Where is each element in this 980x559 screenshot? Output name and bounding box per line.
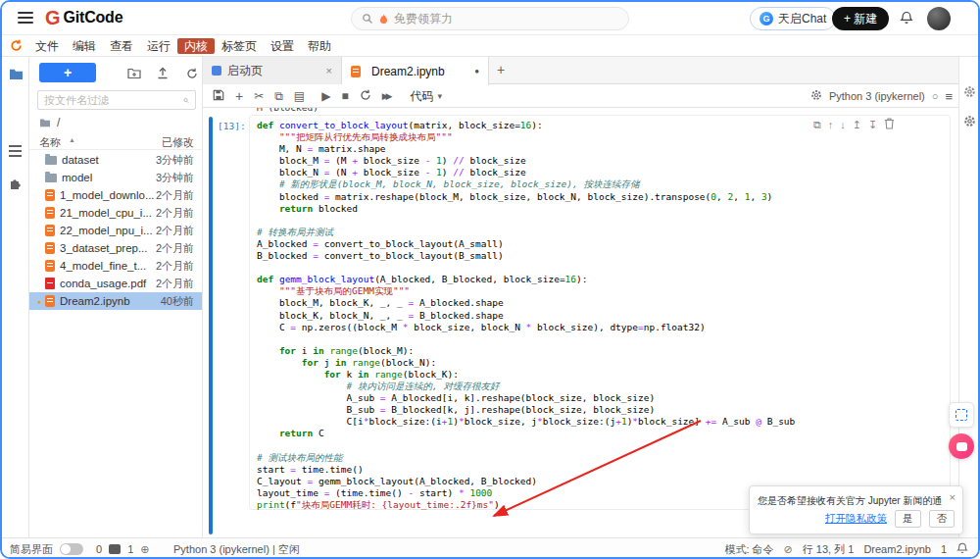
search-input[interactable]: 免费领算力 xyxy=(351,7,629,30)
popup-close-icon[interactable]: × xyxy=(950,491,956,503)
code-lines[interactable]: def convert_to_block_layout(matrix, bloc… xyxy=(257,120,795,511)
tab-launcher[interactable]: 启动页 × xyxy=(203,57,342,84)
interrupt-icon[interactable]: ■ xyxy=(341,90,348,102)
menu-item[interactable]: 文件 xyxy=(28,38,66,54)
new-button-label: + 新建 xyxy=(844,11,877,27)
code-line: A_blocked = convert_to_block_layout(A_sm… xyxy=(257,238,795,250)
chat-bubble-icon xyxy=(956,442,967,451)
cell-toolbar: ⧉ ↑ ↓ ↥ ↧ xyxy=(813,118,895,131)
kernel-gear-icon[interactable] xyxy=(810,87,822,105)
file-row[interactable]: 21_model_cpu_i...2个月前 xyxy=(29,204,202,222)
extensions-puzzle-icon[interactable] xyxy=(9,177,23,194)
hamburger-menu-icon[interactable] xyxy=(18,12,33,25)
yes-button[interactable]: 是 xyxy=(895,510,921,528)
customer-service-button[interactable] xyxy=(949,433,974,459)
new-folder-icon[interactable] xyxy=(127,66,141,83)
menu-item[interactable]: 查看 xyxy=(103,38,140,54)
restart-kernel-icon[interactable] xyxy=(360,89,371,103)
kernel-status-text[interactable]: Python 3 (ipykernel) | 空闲 xyxy=(173,542,300,557)
column-modified[interactable]: 已修改 xyxy=(162,135,194,150)
duplicate-cell-icon[interactable]: ⧉ xyxy=(813,120,821,130)
file-row[interactable]: 22_model_npu_i...2个月前 xyxy=(29,222,202,239)
save-icon[interactable] xyxy=(213,89,224,103)
env-refresh-icon[interactable] xyxy=(10,39,23,52)
tab-launcher-label: 启动页 xyxy=(227,63,263,79)
no-button[interactable]: 否 xyxy=(929,510,956,528)
move-down-icon[interactable]: ↓ xyxy=(840,120,846,130)
gear-icon[interactable] xyxy=(963,114,976,131)
circle-plus-icon[interactable]: ⊕ xyxy=(140,543,149,556)
code-line: block_K, block_N, _, _ = B_blocked.shape xyxy=(257,310,795,322)
file-filter-input[interactable] xyxy=(37,90,196,110)
breadcrumb[interactable]: / xyxy=(39,116,60,129)
new-button[interactable]: + 新建 xyxy=(832,7,889,30)
file-row[interactable]: dataset3分钟前 xyxy=(29,151,202,169)
menu-item[interactable]: 内核 xyxy=(177,38,215,54)
privacy-policy-link[interactable]: 打开隐私政策 xyxy=(825,512,887,526)
file-row[interactable]: 1_model_downlo...2个月前 xyxy=(29,186,202,204)
gitcode-logo[interactable]: G GitCode xyxy=(45,7,122,28)
table-of-contents-icon[interactable] xyxy=(9,145,22,160)
top-header: G GitCode 免费领算力 G 天启Chat + 新建 xyxy=(2,2,978,35)
feedback-button[interactable] xyxy=(949,402,974,428)
tianqi-chat-button[interactable]: G 天启Chat xyxy=(750,7,836,30)
delete-cell-icon[interactable] xyxy=(884,118,895,131)
file-modified: 2个月前 xyxy=(156,277,194,291)
file-filter-field[interactable] xyxy=(44,94,183,106)
code-line xyxy=(257,440,795,452)
insert-above-icon[interactable]: ↥ xyxy=(853,120,861,130)
menu-item[interactable]: 编辑 xyxy=(66,38,103,54)
add-tab-icon[interactable]: + xyxy=(497,62,505,77)
tab-close-icon[interactable]: × xyxy=(326,65,332,76)
run-icon[interactable]: ▶ xyxy=(321,90,330,102)
run-all-icon[interactable]: ▶▶ xyxy=(382,92,390,101)
file-browser-icon[interactable] xyxy=(9,67,24,84)
code-line: B_sub = B_blocked[k, j].reshape(block_si… xyxy=(257,404,795,416)
property-inspector-icon[interactable] xyxy=(963,84,976,102)
launcher-icon xyxy=(212,66,221,76)
file-row[interactable]: ●Dream2.ipynb40秒前 xyxy=(29,292,202,310)
code-line: print(f"块布局GEMM耗时: {layout_time:.2f}ms") xyxy=(257,499,795,511)
menu-item[interactable]: 标签页 xyxy=(215,38,264,54)
move-up-icon[interactable]: ↑ xyxy=(828,120,834,130)
plus-icon: + xyxy=(64,65,72,80)
upload-icon[interactable] xyxy=(157,66,169,83)
cut-icon[interactable]: ✂ xyxy=(254,90,264,102)
refresh-icon[interactable] xyxy=(186,66,198,83)
code-line: layout_time = (time.time() - start) * 10… xyxy=(257,487,795,499)
file-name: 4_model_fine_t... xyxy=(60,260,156,272)
circle-slash-icon[interactable]: ⊘ xyxy=(784,543,793,556)
sort-asc-icon[interactable]: ▲ xyxy=(69,136,75,143)
terminal-count[interactable]: 0 xyxy=(96,543,102,555)
statusbar-bell-icon[interactable] xyxy=(956,542,968,556)
notebook-content[interactable]: M (blocked) [13]: def convert_to_block_l… xyxy=(203,108,958,537)
kernel-name[interactable]: Python 3 (ipykernel) xyxy=(829,90,925,102)
kernel-count[interactable]: 1 xyxy=(127,543,133,555)
notebook-toolbar: + ✂ ⧉ ▤ ▶ ■ ▶▶ 代码 ▾ Python 3 (ipyk xyxy=(203,85,958,108)
copy-icon[interactable]: ⧉ xyxy=(274,90,283,102)
breadcrumb-root[interactable]: / xyxy=(57,116,60,129)
statusbar-notif-count[interactable]: 1 xyxy=(941,543,947,555)
notification-bell-icon[interactable] xyxy=(900,11,913,28)
user-avatar[interactable] xyxy=(927,7,951,30)
kernel-status-icon[interactable]: ○ xyxy=(932,90,939,102)
file-row[interactable]: conda_usage.pdf2个月前 xyxy=(29,275,202,292)
new-launcher-button[interactable]: + xyxy=(39,63,96,82)
simple-mode-toggle[interactable] xyxy=(60,543,83,555)
gitcode-logo-text: GitCode xyxy=(64,9,123,26)
insert-cell-icon[interactable]: + xyxy=(235,89,243,103)
code-line xyxy=(257,262,795,274)
file-row[interactable]: model3分钟前 xyxy=(29,169,202,186)
toolbar-menu-icon[interactable]: ≡ xyxy=(945,89,953,104)
file-row[interactable]: 3_dataset_prep...2个月前 xyxy=(29,239,202,257)
insert-below-icon[interactable]: ↧ xyxy=(868,120,877,130)
tab-notebook[interactable]: Dream2.ipynb ● xyxy=(342,57,489,85)
menu-item[interactable]: 设置 xyxy=(264,38,301,54)
menu-item[interactable]: 帮助 xyxy=(301,38,338,54)
column-name[interactable]: 名称 xyxy=(39,135,61,150)
file-row[interactable]: 4_model_fine_t...2个月前 xyxy=(29,257,202,275)
cell-type-dropdown[interactable]: 代码 ▾ xyxy=(411,88,443,105)
paste-icon[interactable]: ▤ xyxy=(294,90,305,102)
file-modified: 2个月前 xyxy=(156,259,194,274)
menu-item[interactable]: 运行 xyxy=(140,38,177,54)
